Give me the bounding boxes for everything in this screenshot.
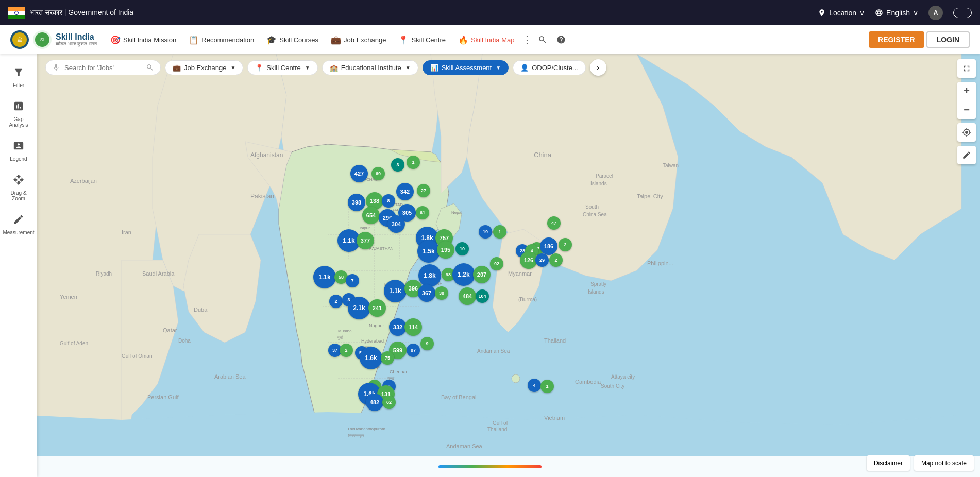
job-exchange-icon: 💼: [331, 35, 341, 45]
skill-india-name: Skill India: [56, 32, 97, 42]
drag-zoom-btn[interactable]: Drag & Zoom: [2, 170, 35, 206]
map-marker-m2[interactable]: 1: [407, 156, 420, 169]
map-marker-m21[interactable]: 47: [547, 216, 561, 230]
map-marker-m60[interactable]: 75: [381, 351, 394, 365]
map-marker-m19[interactable]: 19: [479, 225, 492, 238]
svg-text:Andaman Sea: Andaman Sea: [446, 443, 483, 449]
map-marker-m26[interactable]: 195: [437, 241, 454, 259]
nav-skill-mission[interactable]: 🎯 Skill India Mission: [105, 32, 181, 48]
disclaimer-btn[interactable]: Disclaimer: [867, 455, 910, 471]
map-marker-m27[interactable]: 10: [455, 242, 469, 255]
map-marker-m49[interactable]: 2.1k: [348, 297, 370, 319]
map-marker-m53[interactable]: 332: [389, 318, 407, 336]
svg-text:Iran: Iran: [122, 229, 131, 235]
filter-btn[interactable]: Filter: [2, 62, 35, 92]
locate-btn[interactable]: [957, 123, 976, 142]
location-btn[interactable]: Location ∨: [818, 9, 865, 17]
map-marker-m50[interactable]: 241: [368, 299, 386, 317]
map-marker-m67[interactable]: 4: [528, 379, 541, 392]
map-marker-m55[interactable]: 9: [420, 337, 434, 350]
map-marker-m1[interactable]: 3: [391, 158, 404, 172]
odop-chip-icon: 👤: [520, 64, 529, 72]
search-box[interactable]: [45, 60, 161, 75]
map-note-btn[interactable]: Map not to scale: [914, 455, 974, 471]
map-marker-m11[interactable]: 61: [416, 206, 429, 219]
login-button[interactable]: LOGIN: [926, 31, 970, 48]
gap-analysis-btn[interactable]: Gap Analysis: [2, 96, 35, 132]
legend-btn[interactable]: Legend: [2, 136, 35, 166]
logo-emblem: 🏛: [10, 30, 29, 49]
nav-more-icon[interactable]: ⋮: [522, 33, 532, 46]
svg-text:Paracel: Paracel: [596, 173, 613, 179]
map-marker-m14[interactable]: 304: [387, 215, 405, 233]
map-marker-m38[interactable]: 1.1k: [313, 266, 336, 288]
map-marker-m65[interactable]: 482: [366, 394, 383, 411]
zoom-out-btn[interactable]: −: [957, 100, 976, 119]
map-marker-m32[interactable]: 2: [549, 253, 563, 267]
nav-job-exchange[interactable]: 💼 Job Exchange: [326, 32, 391, 48]
map-marker-m59[interactable]: 1.6k: [360, 347, 382, 369]
map-marker-m43[interactable]: 367: [418, 284, 435, 302]
map-marker-m6[interactable]: 27: [417, 184, 430, 197]
map-marker-m5[interactable]: 342: [396, 183, 414, 200]
legend-icon: [13, 140, 24, 154]
zoom-in-btn[interactable]: +: [957, 82, 976, 100]
map-marker-m3[interactable]: 427: [350, 165, 368, 182]
map-marker-m33[interactable]: 92: [490, 257, 503, 270]
map-marker-m34[interactable]: 1.8k: [418, 264, 441, 287]
map-marker-m16[interactable]: 377: [357, 232, 374, 249]
filter-educational-institute[interactable]: 🏫 Educational Institute ▼: [322, 60, 418, 75]
map-marker-m31[interactable]: 29: [535, 253, 549, 267]
svg-text:Thiruvananthapuram: Thiruvananthapuram: [347, 427, 385, 431]
map-marker-m37[interactable]: 207: [473, 266, 491, 283]
nav-skill-india-map[interactable]: 🔥 Skill India Map: [453, 32, 520, 48]
government-bar: भारत सरकार | Government of India Locatio…: [0, 0, 980, 25]
filter-odop[interactable]: 👤 ODOP/Cluste...: [513, 60, 586, 75]
map-marker-m23[interactable]: 186: [540, 237, 557, 255]
draw-btn[interactable]: [957, 146, 976, 164]
map-marker-m20[interactable]: 1: [493, 225, 506, 238]
filter-skill-centre[interactable]: 📍 Skill Centre ▼: [247, 60, 317, 75]
map-marker-m40[interactable]: 7: [346, 274, 359, 287]
register-button[interactable]: REGISTER: [869, 31, 924, 48]
map-marker-m66[interactable]: 62: [382, 396, 396, 409]
nav-help-btn[interactable]: [553, 31, 569, 48]
map-marker-m47[interactable]: 2: [329, 295, 343, 308]
filter-job-exchange[interactable]: 💼 Job Exchange ▼: [165, 60, 243, 75]
map-marker-m36[interactable]: 1.2k: [452, 263, 475, 286]
measurement-btn[interactable]: Measurement: [2, 210, 35, 240]
nav-search-btn[interactable]: [534, 31, 551, 48]
map-marker-m30[interactable]: 126: [520, 251, 537, 269]
svg-text:Yemen: Yemen: [60, 294, 77, 300]
map-marker-m52[interactable]: 2: [340, 344, 353, 357]
map-marker-m68[interactable]: 1: [540, 380, 554, 393]
map-marker-m57[interactable]: 87: [407, 344, 420, 357]
drag-zoom-label: Drag & Zoom: [4, 190, 33, 201]
user-avatar[interactable]: A: [928, 6, 943, 20]
scroll-right-arrow[interactable]: ›: [590, 59, 606, 76]
search-input[interactable]: [64, 64, 142, 72]
map-marker-m54[interactable]: 114: [404, 318, 422, 336]
svg-text:Azerbaijan: Azerbaijan: [70, 178, 97, 184]
fullscreen-btn[interactable]: [957, 59, 976, 78]
map-marker-m7[interactable]: 398: [348, 194, 365, 211]
language-btn[interactable]: English ∨: [875, 9, 918, 17]
nav-skill-courses[interactable]: 🎓 Skill Courses: [261, 32, 324, 48]
map-marker-m41[interactable]: 1.1k: [384, 280, 407, 302]
chevron-down-icon: ▼: [230, 65, 235, 71]
nav-recommendation[interactable]: 📋 Recommendation: [183, 32, 259, 48]
map-marker-m12[interactable]: 654: [362, 207, 380, 224]
map-marker-m4[interactable]: 69: [371, 167, 385, 180]
svg-text:Thailand: Thailand: [544, 337, 566, 344]
map-marker-m45[interactable]: 484: [459, 287, 476, 305]
skill-india-logo: Skill India कौशल भारत-कुशल भारत: [56, 32, 97, 46]
filter-skill-assessment[interactable]: 📊 Skill Assessment ▼: [423, 60, 509, 75]
map-marker-m9[interactable]: 8: [382, 194, 395, 208]
theme-toggle[interactable]: [953, 8, 972, 18]
skill-india-emblem: SI: [33, 30, 52, 49]
map-container[interactable]: Iran Azerbaijan Afghanistan Pakistan Chi…: [0, 54, 980, 477]
map-marker-m44[interactable]: 38: [435, 286, 448, 300]
nav-skill-centre[interactable]: 📍 Skill Centre: [393, 32, 450, 48]
map-marker-m46[interactable]: 104: [476, 289, 489, 303]
map-marker-m24[interactable]: 2: [559, 238, 572, 251]
